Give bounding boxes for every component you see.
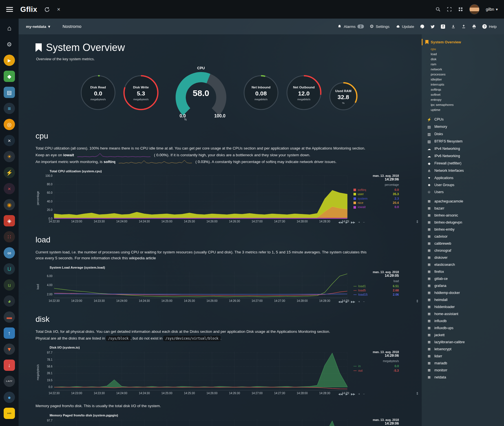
submenu-item-network[interactable]: network (427, 67, 502, 72)
menu-item-firefox[interactable]: ▦firefox (427, 268, 502, 275)
sidebar-app-green-u-app[interactable]: u (3, 278, 16, 292)
pan-right-button[interactable]: ▶▶ (351, 221, 355, 224)
zoom-out-button[interactable]: − (363, 300, 365, 303)
sidebar-app-pills-app[interactable]: ▬ (3, 310, 16, 324)
sidebar-app-lazylibrarian[interactable]: LAZY (3, 374, 16, 388)
menu-item-user-groups[interactable]: ☻User Groups (427, 181, 502, 188)
pan-right-button[interactable]: ▶▶ (351, 392, 355, 396)
menu-item-elasticsearch[interactable]: ▦elasticsearch (427, 261, 502, 268)
download-snapshot-button[interactable] (451, 24, 456, 29)
sidebar-app-scissors-app[interactable]: × (3, 182, 16, 195)
zoom-in-button[interactable]: + (358, 221, 360, 224)
settings-button[interactable]: ⚙ Settings (370, 24, 390, 29)
update-button[interactable]: Update (395, 24, 414, 29)
gauge-disk-read[interactable]: Disk Read0.0megabytes/s (80, 75, 116, 112)
legend-row-load1[interactable]: —load16.51 (353, 284, 399, 288)
sidebar-app-plex[interactable]: ▶ (3, 53, 16, 67)
legend-row-nice[interactable]: nice20.4 (353, 201, 399, 205)
sidebar-app-search-app[interactable]: ◎ (3, 118, 16, 131)
chart-resize-handle[interactable]: ⇕ (416, 299, 419, 303)
refresh-icon[interactable] (45, 7, 50, 12)
submenu-item-entropy[interactable]: entropy (427, 97, 502, 102)
pan-left-button[interactable]: ◀◀ (338, 392, 342, 396)
menu-item-network-interfaces[interactable]: ⋔Network Interfaces (427, 167, 502, 174)
cpu-chart[interactable]: Total CPU utilization (system.cpu)percen… (36, 168, 420, 224)
menu-item-grafana[interactable]: ▦grafana (427, 282, 502, 289)
submenu-item-processes[interactable]: processes (427, 72, 502, 77)
play-button[interactable]: ▶ (346, 392, 348, 396)
pan-left-button[interactable]: ◀◀ (338, 221, 342, 224)
sidebar-app-media-library[interactable]: ▤ (3, 86, 16, 99)
load-chart[interactable]: System Load Average (system.load)load14:… (36, 265, 420, 304)
play-button[interactable]: ▶ (346, 221, 348, 224)
menu-item-netdata[interactable]: ▦netdata (427, 374, 502, 381)
close-tab-icon[interactable]: × (57, 6, 60, 12)
menu-item-binhex-airsonic[interactable]: ▦binhex-airsonic (427, 212, 502, 219)
submenu-item-idlejitter[interactable]: idlejitter (427, 77, 502, 82)
submenu-item-interrupts[interactable]: interrupts (427, 82, 502, 87)
menu-item-heimdall[interactable]: ▦heimdall (427, 296, 502, 303)
sidebar-app-waterdrop-app[interactable]: ● (3, 391, 16, 404)
hamburger-menu-icon[interactable] (6, 7, 13, 12)
menu-item-influxdb[interactable]: ▦influxdb (427, 317, 502, 324)
menu-item-lazylibrarian-calibre[interactable]: ▦lazylibrarian-calibre (427, 338, 502, 345)
menu-item-system-overview[interactable]: System Overview (422, 39, 502, 45)
facebook-button[interactable]: f (441, 24, 445, 29)
menu-item-users[interactable]: ☺Users (427, 188, 502, 195)
submenu-item-softnet[interactable]: softnet (427, 92, 502, 97)
menu-item-hiddenloader[interactable]: ▦hiddenloader (427, 303, 502, 310)
submenu-item-uptime[interactable]: uptime (427, 107, 502, 112)
menu-item-ipv6-networking[interactable]: ☁IPv6 Networking (427, 152, 502, 160)
memory-paged-chart[interactable]: Memory Paged from/to disk (system.pgpgio… (36, 412, 420, 426)
sidebar-app-kodi[interactable]: × (3, 134, 16, 147)
zoom-in-button[interactable]: + (358, 392, 360, 396)
menu-item-jackett[interactable]: ▦jackett (427, 331, 502, 338)
sidebar-app-firefox[interactable]: ▼ (3, 342, 16, 356)
legend-row-user[interactable]: user35.3 (353, 192, 399, 196)
menu-item-calibreweb[interactable]: ▦calibreweb (427, 240, 502, 247)
sidebar-app-bolt-app[interactable]: ⚡ (3, 166, 16, 179)
disk-io-chart[interactable]: Disk I/O (system.io)megabytes/s14:22:301… (36, 345, 420, 396)
chart-resize-handle[interactable]: ⇕ (416, 391, 419, 396)
menu-item-ipv4-networking[interactable]: ☁IPv4 Networking (427, 145, 502, 152)
menu-item-monitorr[interactable]: ▦monitorr (427, 367, 502, 374)
menu-item-btrfs[interactable]: ▧BTRFS filesystem (427, 138, 502, 145)
gauge-disk-write[interactable]: Disk Write5.3megabytes/s (123, 75, 159, 112)
legend-row-load5[interactable]: —load52.68 (353, 288, 399, 293)
sidebar-app-nextcloud[interactable]: ∞ (3, 246, 16, 260)
chart-resize-handle[interactable]: ⇕ (416, 220, 419, 224)
menu-item-diskover[interactable]: ▦diskover (427, 254, 502, 261)
upload-snapshot-button[interactable] (461, 24, 466, 29)
alarms-button[interactable]: Alarms 2 (337, 24, 364, 29)
menu-item-bazarr[interactable]: ▦bazarr (427, 205, 502, 212)
sidebar-app-crescent-app[interactable]: ◕ (3, 294, 16, 308)
sidebar-app-ubooquity[interactable]: ◉ (3, 198, 16, 211)
search-icon[interactable] (436, 7, 441, 12)
menu-item-influxdb-ups[interactable]: ▦influxdb-ups (427, 324, 502, 331)
gauge-cpu[interactable]: CPU58.00.0100.0% (166, 66, 236, 121)
menu-item-binhex-emby[interactable]: ▦binhex-emby (427, 226, 502, 233)
menu-item-chronograf[interactable]: ▦chronograf (427, 247, 502, 254)
menu-item-letsencrypt[interactable]: ▦letsencrypt (427, 345, 502, 353)
menu-item-hddtemp-docker[interactable]: ▦hddtemp-docker (427, 289, 502, 296)
sidebar-app-teal-u-app[interactable]: U (3, 262, 16, 276)
menu-item-binhex-delugevpn[interactable]: ▦binhex-delugevpn (427, 219, 502, 226)
sidebar-app-starburst-app[interactable]: ☀ (3, 150, 16, 163)
menu-item-home-assistant[interactable]: ▦home-assistant (427, 310, 502, 317)
submenu-item-cpu[interactable]: cpu (427, 46, 502, 52)
help-button[interactable]: ? Help (482, 24, 497, 29)
zoom-out-button[interactable]: − (363, 392, 365, 396)
submenu-item-softirqs[interactable]: softirqs (427, 87, 502, 92)
submenu-item-disk[interactable]: disk (427, 57, 502, 62)
sidebar-app-downloader[interactable]: ↓ (3, 358, 16, 372)
server-dropdown[interactable]: my-netdata ▾ (26, 24, 50, 29)
fullscreen-icon[interactable] (447, 7, 452, 12)
menu-item-disks[interactable]: ▥Disks (427, 130, 502, 138)
menu-item-cpus[interactable]: ⚡CPUs (427, 116, 502, 123)
twitter-button[interactable] (430, 24, 435, 29)
sidebar-app-airsonic[interactable]: ≡ (3, 102, 16, 115)
legend-row-softirq[interactable]: softirq0.0 (353, 188, 399, 192)
sidebar-app-settings[interactable]: ⚙ (3, 37, 16, 51)
legend-row-system[interactable]: system2.3 (353, 197, 399, 201)
legend-row-iowait[interactable]: iowait0.0 (353, 205, 399, 209)
